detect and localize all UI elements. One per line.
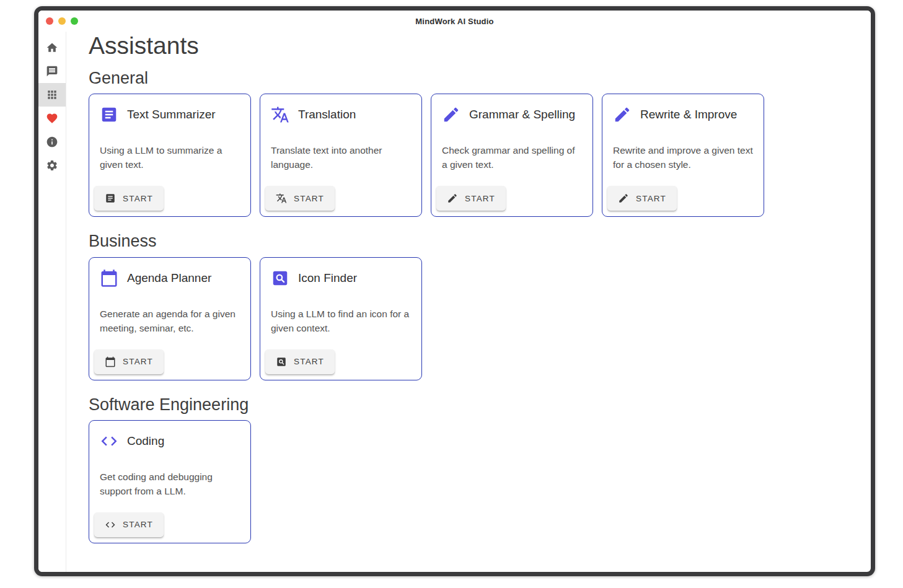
start-button-label: START — [465, 194, 495, 203]
card-header: Icon Finder — [260, 258, 421, 287]
window-title: MindWork AI Studio — [415, 17, 493, 26]
section-software-engineering: Software EngineeringCodingGet coding and… — [89, 395, 858, 543]
pencil-icon — [613, 105, 632, 124]
apps-grid-icon — [46, 89, 58, 101]
card-title: Coding — [127, 434, 164, 448]
start-button-label: START — [636, 194, 666, 203]
sidebar-item-home[interactable] — [38, 36, 66, 59]
main-content: Assistants GeneralText SummarizerUsing a… — [66, 32, 871, 572]
card-rewrite-improve: Rewrite & ImproveRewrite and improve a g… — [602, 94, 764, 217]
card-description: Using a LLM to find an icon for a given … — [260, 307, 421, 336]
card-title: Rewrite & Improve — [640, 108, 737, 121]
card-description: Generate an agenda for a given meeting, … — [89, 307, 250, 336]
sidebar-item-chats[interactable] — [38, 59, 66, 83]
card-header: Translation — [260, 94, 421, 124]
window-body: Assistants GeneralText SummarizerUsing a… — [38, 32, 871, 572]
section-title: Business — [89, 231, 858, 251]
start-button-rewrite-improve[interactable]: START — [607, 186, 677, 211]
icon-search-icon — [271, 269, 289, 287]
start-button-coding[interactable]: START — [94, 512, 164, 537]
card-text-summarizer: Text SummarizerUsing a LLM to summarize … — [89, 94, 251, 217]
card-title: Agenda Planner — [127, 271, 211, 285]
section-general: GeneralText SummarizerUsing a LLM to sum… — [89, 68, 858, 217]
sidebar-item-about[interactable] — [38, 130, 66, 154]
home-icon — [46, 42, 58, 54]
card-grid: CodingGet coding and debugging support f… — [89, 420, 858, 543]
heart-icon — [46, 112, 58, 125]
card-description: Get coding and debugging support from a … — [89, 470, 250, 499]
traffic-lights — [46, 17, 78, 25]
card-title: Text Summarizer — [127, 108, 216, 121]
card-header: Grammar & Spelling — [431, 94, 592, 124]
card-title: Icon Finder — [298, 271, 357, 285]
close-button[interactable] — [46, 17, 53, 25]
calendar-icon — [100, 269, 118, 287]
start-button-label: START — [123, 357, 153, 366]
translate-icon — [276, 193, 287, 204]
sidebar — [38, 32, 66, 572]
start-button-label: START — [123, 520, 153, 529]
card-title: Translation — [298, 108, 356, 121]
card-grammar-spelling: Grammar & SpellingCheck grammar and spel… — [431, 94, 593, 217]
icon-search-icon — [276, 356, 287, 367]
calendar-icon — [105, 356, 116, 367]
sidebar-item-settings[interactable] — [38, 154, 66, 177]
start-button-agenda-planner[interactable]: START — [94, 349, 164, 374]
card-translation: TranslationTranslate text into another l… — [260, 94, 422, 217]
card-coding: CodingGet coding and debugging support f… — [89, 420, 251, 543]
start-button-translation[interactable]: START — [265, 186, 335, 211]
gear-icon — [46, 159, 58, 172]
code-icon — [105, 519, 116, 530]
section-business: BusinessAgenda PlannerGenerate an agenda… — [89, 231, 858, 380]
card-title: Grammar & Spelling — [469, 108, 575, 121]
card-grid: Text SummarizerUsing a LLM to summarize … — [89, 94, 858, 217]
card-grid: Agenda PlannerGenerate an agenda for a g… — [89, 257, 858, 380]
sidebar-item-favorites[interactable] — [38, 107, 66, 130]
card-icon-finder: Icon FinderUsing a LLM to find an icon f… — [260, 257, 422, 380]
pencil-icon — [442, 105, 460, 124]
document-icon — [100, 105, 118, 124]
pencil-icon — [447, 193, 458, 204]
start-button-label: START — [123, 194, 153, 203]
titlebar: MindWork AI Studio — [38, 11, 871, 32]
start-button-grammar-spelling[interactable]: START — [436, 186, 506, 211]
card-agenda-planner: Agenda PlannerGenerate an agenda for a g… — [89, 257, 251, 380]
pencil-icon — [618, 193, 629, 204]
card-header: Text Summarizer — [89, 94, 250, 124]
zoom-button[interactable] — [71, 17, 78, 25]
start-button-text-summarizer[interactable]: START — [94, 186, 164, 211]
card-description: Using a LLM to summarize a given text. — [89, 144, 250, 172]
info-icon — [46, 136, 58, 148]
section-title: Software Engineering — [89, 395, 858, 415]
chat-icon — [46, 65, 58, 77]
card-header: Rewrite & Improve — [602, 94, 764, 124]
start-button-icon-finder[interactable]: START — [265, 349, 335, 374]
code-icon — [100, 432, 118, 450]
translate-icon — [271, 105, 289, 124]
section-title: General — [89, 68, 858, 88]
document-icon — [105, 193, 116, 204]
card-description: Rewrite and improve a given text for a c… — [602, 144, 764, 172]
sidebar-item-assistants[interactable] — [38, 83, 66, 107]
app-window: MindWork AI Studio Assistants GeneralTex… — [34, 6, 875, 576]
minimize-button[interactable] — [58, 17, 66, 25]
card-header: Agenda Planner — [89, 258, 250, 287]
card-description: Check grammar and spelling of a given te… — [431, 144, 592, 172]
start-button-label: START — [294, 194, 324, 203]
start-button-label: START — [294, 357, 324, 366]
card-header: Coding — [89, 421, 250, 450]
card-description: Translate text into another language. — [260, 144, 421, 172]
page-title: Assistants — [89, 32, 858, 61]
